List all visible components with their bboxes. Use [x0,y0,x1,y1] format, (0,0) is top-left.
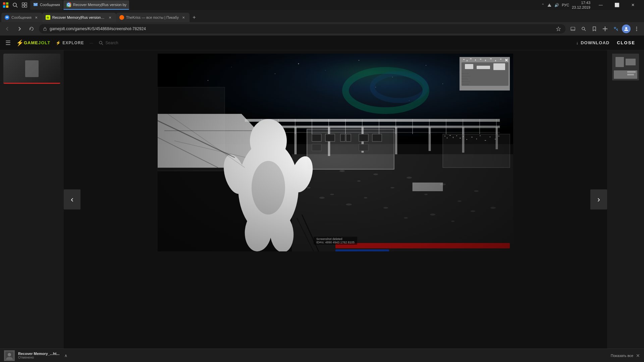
right-panel [607,50,644,349]
svg-rect-150 [485,60,486,61]
tab-label-pikabu: TheKriss — все посты | Пикабу [126,15,179,19]
clock-time: 17:43 [572,0,590,5]
tab-label-messages: Сообщения [11,15,32,19]
next-screenshot-button[interactable]: › [590,189,607,209]
extensions-icon[interactable] [600,24,610,34]
chrome-icon [66,2,71,7]
start-button[interactable] [1,1,10,9]
download-button[interactable]: ↓ DOWNLOAD [576,40,610,45]
nav-back-button[interactable] [3,24,12,34]
svg-point-32 [99,41,102,44]
task-view-button[interactable] [20,1,29,9]
close-button[interactable]: CLOSE [613,38,639,47]
nav-refresh-button[interactable] [27,24,36,34]
svg-text:XXXXXXXXX: XXXXXXXXX [462,83,469,85]
search-page-icon[interactable] [579,24,588,34]
tab-close-pikabu[interactable]: ✕ [181,15,186,20]
left-thumbnail-top[interactable] [3,54,60,84]
search-button[interactable] [11,1,19,9]
url-bar[interactable]: gamejolt.com/games/KrS/454868#screenshot… [39,24,566,34]
svg-rect-7 [25,3,27,5]
svg-rect-157 [477,66,490,69]
nav-forward-button[interactable] [15,24,24,34]
dismiss-notification-button[interactable]: ✕ [636,353,640,358]
nav-divider: ··· [90,40,94,46]
browser-tab-gamejolt[interactable]: G Recover Memory|Rus version by ✕ [42,13,116,22]
svg-line-33 [102,44,103,45]
logo-text: GAMEJOLT [24,40,50,45]
browser-tabs: ✉ Сообщения ✕ G Recover Memory|Rus versi… [0,10,644,22]
svg-point-31 [636,30,637,31]
notification-expand: ∧ [64,353,67,358]
browser-tab-pikabu[interactable]: TheKriss — все посты | Пикабу ✕ [116,13,190,22]
svg-text:XXXXXXXXXXX: XXXXXXXXXXX [462,81,471,82]
logo-bolt-icon: ⚡ [16,39,23,47]
svg-rect-3 [6,5,8,8]
show-all-button[interactable]: Показать все [611,354,633,358]
chrome-menu-icon[interactable] [632,24,641,34]
tab-favicon-messages: ✉ [5,15,9,20]
main-content: ‹ [0,50,644,349]
win-controls: — ⬜ ✕ [593,0,641,10]
svg-point-21 [582,27,585,30]
maximize-button[interactable]: ⬜ [609,0,625,10]
svg-text:XXXXXXXXXXX: XXXXXXXXXXX [462,75,471,77]
explore-nav[interactable]: ⚡ EXPLORE [56,41,84,45]
svg-rect-14 [548,6,551,7]
left-thumb-image [3,54,60,84]
svg-rect-152 [495,60,496,61]
url-text: gamejolt.com/games/KrS/454868#screenshot… [50,26,553,31]
left-arrow-icon: ‹ [71,195,73,204]
address-bar-icons [555,26,561,32]
info-line2: ID#rs: 4890 4943 1762 8105 [316,241,355,244]
svg-rect-24 [605,26,605,31]
minimap-content: XXXXXXXXX XXXXXXXXXXX XXXXXXXX XXXXXXXXX… [460,57,509,90]
volume-icon: 🔊 [554,3,559,7]
svg-point-28 [625,27,627,29]
close-window-button[interactable]: ✕ [625,0,641,10]
svg-rect-16 [549,4,550,5]
taskbar-app-messages[interactable]: Сообщения [30,0,63,10]
notif-thumb-svg [4,350,15,361]
svg-rect-153 [500,59,501,60]
hamburger-menu[interactable]: ☰ [5,39,11,47]
network-icon [547,2,552,8]
gamejolt-logo[interactable]: ⚡ GAMEJOLT [16,39,50,47]
explore-icon: ⚡ [56,41,61,45]
bookmark-icon[interactable] [590,24,599,34]
svg-line-22 [584,29,586,31]
minimize-button[interactable]: — [593,0,608,10]
taskbar-clock: 17:43 23.12.2019 [572,0,590,10]
prev-screenshot-button[interactable]: ‹ [64,189,80,209]
new-tab-button[interactable]: + [190,13,199,22]
svg-text:XXXXXXXXX: XXXXXXXXX [462,73,469,74]
bookmark-star-icon[interactable] [555,26,561,32]
search-bar[interactable]: Search [99,41,118,45]
left-panel [0,50,64,349]
notification-icon [4,350,15,361]
profile-icon[interactable] [622,24,631,33]
svg-rect-165 [615,57,624,67]
right-thumb-svg [612,54,639,80]
svg-rect-151 [490,58,492,59]
svg-rect-166 [626,59,636,65]
tab-close-messages[interactable]: ✕ [34,15,39,20]
center-panel: XXXXXXXXX XXXXXXXXXXX XXXXXXXX XXXXXXXXX… [64,50,607,349]
right-arrow-icon: › [597,195,600,204]
browser-tab-messages[interactable]: ✉ Сообщения ✕ [1,13,42,22]
thumb-placeholder [25,60,39,77]
right-thumbnail[interactable] [612,54,639,80]
tab-close-gamejolt[interactable]: ✕ [107,15,113,20]
cast-icon[interactable] [568,24,578,34]
translate-icon[interactable] [611,24,621,34]
svg-point-29 [636,27,637,28]
minimap-close-button[interactable]: ✕ [505,58,508,63]
windows-taskbar: Сообщения Recover Memory|Rus version by … [0,0,644,10]
gamejolt-header: ☰ ⚡ GAMEJOLT ⚡ EXPLORE ··· Search ↓ DOWN… [0,36,644,50]
svg-rect-17 [44,28,46,31]
expand-icon[interactable]: ∧ [64,353,67,358]
svg-rect-2 [3,5,5,8]
svg-line-5 [16,6,17,7]
taskbar-app-chrome[interactable]: Recover Memory|Rus version by [63,0,129,10]
taskbar-right: ⌃ 🔊 РУС 17:43 23.12.2019 — ⬜ ✕ [541,0,644,10]
